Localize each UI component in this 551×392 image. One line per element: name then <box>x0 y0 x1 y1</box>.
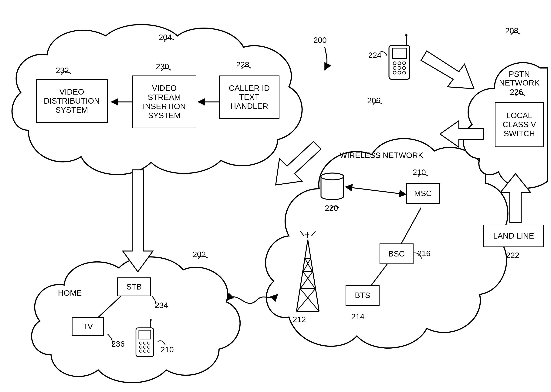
ref-210-msc: 210 <box>413 168 426 177</box>
video-stream-insertion-label: VIDEOSTREAMINSERTIONSYSTEM <box>143 84 186 120</box>
svg-line-12 <box>297 289 315 311</box>
svg-point-0 <box>321 173 344 180</box>
ref-220: 220 <box>325 204 338 212</box>
ref-228: 228 <box>236 60 249 69</box>
tv-box: TV <box>72 317 104 336</box>
svg-point-36 <box>143 350 146 352</box>
line-msc-bsc <box>400 208 421 245</box>
line-bsc-bts <box>370 264 387 287</box>
svg-point-26 <box>405 34 408 36</box>
stb-label: STB <box>126 282 142 291</box>
local-switch-label: LOCALCLASS VSWITCH <box>502 111 536 138</box>
svg-point-37 <box>148 350 150 352</box>
radio-tower-icon <box>297 231 319 311</box>
land-line-label: LAND LINE <box>493 231 534 240</box>
video-distribution-system-box: VIDEODISTRIBUTIONSYSTEM <box>36 79 108 123</box>
svg-rect-14 <box>389 45 410 79</box>
svg-rect-27 <box>136 328 154 357</box>
svg-point-1 <box>321 173 344 180</box>
lead-224 <box>381 52 387 56</box>
arrow-hlr-msc <box>346 187 406 194</box>
svg-point-20 <box>398 66 401 70</box>
caller-id-handler-box: CALLER IDTEXTHANDLER <box>219 76 279 119</box>
caller-id-handler-label: CALLER IDTEXTHANDLER <box>229 84 270 111</box>
cellphone-pstn-icon <box>389 34 410 79</box>
cellphone-home-icon <box>136 319 154 357</box>
block-arrow-video-to-home <box>123 170 153 272</box>
home-title: HOME <box>51 289 89 297</box>
video-stream-insertion-box: VIDEOSTREAMINSERTIONSYSTEM <box>132 76 196 128</box>
cloud-home <box>32 257 240 383</box>
wireless-title: WIRELESS NETWORK <box>336 151 427 160</box>
block-arrow-phone-to-pstn <box>421 51 474 89</box>
svg-point-33 <box>143 346 146 348</box>
land-line-box: LAND LINE <box>483 224 544 247</box>
svg-line-10 <box>303 259 311 272</box>
svg-point-19 <box>393 66 396 70</box>
lead-210phone <box>158 341 165 345</box>
msc-box: MSC <box>406 183 440 204</box>
svg-point-23 <box>398 71 401 74</box>
ref-214: 214 <box>351 312 364 321</box>
ref-208: 208 <box>505 26 518 35</box>
block-arrow-pstn-to-wireless <box>440 121 483 147</box>
svg-rect-28 <box>139 330 151 339</box>
tv-label: TV <box>83 322 93 331</box>
svg-point-31 <box>148 342 150 344</box>
svg-point-18 <box>403 62 406 65</box>
svg-line-13 <box>300 289 319 311</box>
ref-212: 212 <box>293 315 306 324</box>
bsc-box: BSC <box>380 244 414 264</box>
svg-rect-15 <box>392 48 406 58</box>
svg-point-16 <box>393 62 396 65</box>
svg-line-3 <box>308 240 319 311</box>
ref-216: 216 <box>417 249 431 258</box>
line-stb-tv <box>94 294 123 321</box>
svg-point-24 <box>403 71 406 74</box>
svg-point-22 <box>393 71 396 74</box>
block-arrow-wireless-to-video <box>276 141 321 185</box>
ref-226: 226 <box>510 88 523 97</box>
svg-point-21 <box>403 66 406 70</box>
ref-234: 234 <box>155 301 168 310</box>
ref-200: 200 <box>313 36 327 45</box>
local-switch-box: LOCALCLASS VSWITCH <box>495 102 544 147</box>
pstn-title: PSTN NETWORK <box>495 70 544 87</box>
ref-210-phone: 210 <box>161 345 174 354</box>
ref-222: 222 <box>506 251 519 260</box>
msc-label: MSC <box>414 189 432 198</box>
svg-line-9 <box>303 272 315 289</box>
link-home-wireless <box>226 294 278 303</box>
video-distribution-label: VIDEODISTRIBUTIONSYSTEM <box>44 87 100 115</box>
ref-206: 206 <box>367 96 381 105</box>
ref-236: 236 <box>111 340 125 348</box>
svg-line-11 <box>305 259 312 272</box>
svg-point-32 <box>140 346 142 348</box>
svg-line-8 <box>300 272 312 289</box>
svg-point-35 <box>140 350 142 352</box>
svg-point-39 <box>150 319 152 321</box>
svg-point-34 <box>148 346 150 348</box>
svg-point-17 <box>398 62 401 65</box>
pointer-200 <box>325 47 327 70</box>
hlr-database-icon <box>321 173 344 200</box>
svg-line-2 <box>297 240 308 311</box>
ref-230: 230 <box>156 62 169 71</box>
block-arrow-landline-to-pstn <box>500 174 531 223</box>
ref-224: 224 <box>368 51 381 60</box>
svg-point-29 <box>140 342 142 344</box>
bts-box: BTS <box>346 285 380 306</box>
bts-label: BTS <box>355 291 370 300</box>
ref-204: 204 <box>159 33 172 42</box>
bsc-label: BSC <box>389 249 405 258</box>
svg-point-30 <box>143 342 146 344</box>
ref-232: 232 <box>56 66 69 75</box>
diagram-stage: VIDEODISTRIBUTIONSYSTEM VIDEOSTREAMINSER… <box>0 0 551 392</box>
ref-202: 202 <box>193 250 206 259</box>
stb-box: STB <box>117 277 151 296</box>
